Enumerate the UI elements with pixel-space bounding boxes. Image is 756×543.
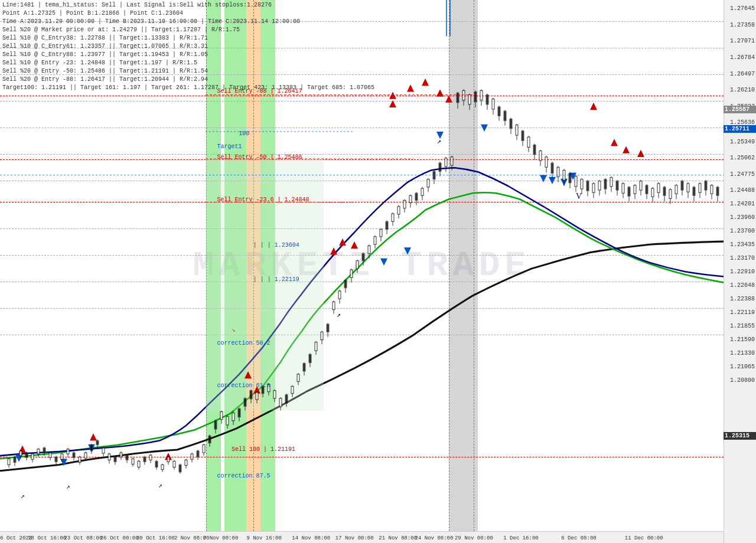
svg-rect-138 (303, 364, 305, 371)
chart-container: MARKETZ TRADE (0, 0, 756, 543)
price-18: 1.22910 (730, 269, 755, 275)
svg-rect-132 (285, 395, 288, 403)
svg-rect-112 (226, 417, 229, 425)
svg-rect-216 (533, 145, 536, 154)
svg-rect-258 (657, 184, 660, 192)
svg-rect-46 (31, 454, 34, 459)
svg-rect-128 (273, 391, 276, 398)
svg-marker-10 (436, 89, 444, 96)
svg-rect-276 (711, 185, 713, 194)
svg-rect-206 (504, 111, 506, 120)
svg-rect-70 (102, 448, 105, 453)
svg-rect-190 (457, 93, 459, 103)
svg-rect-150 (338, 291, 341, 299)
time-13: 29 Nov 00:00 (455, 535, 493, 541)
svg-rect-158 (362, 254, 364, 261)
svg-marker-2 (90, 433, 97, 440)
svg-rect-188 (451, 157, 453, 165)
label-22119: | | | 1.22119 (253, 276, 299, 283)
price-15: 1.23700 (730, 228, 755, 234)
time-8: 9 Nov 16:00 (246, 535, 281, 541)
svg-rect-154 (350, 270, 353, 277)
svg-rect-156 (356, 261, 359, 269)
svg-rect-52 (49, 453, 51, 457)
svg-rect-58 (67, 449, 69, 454)
time-1: 16 Oct 2023 (0, 535, 32, 541)
info-line-0: Line:1481 | tema_h1_status: Sell | Last … (2, 1, 374, 9)
time-10: 17 Nov 00:00 (335, 535, 374, 541)
svg-rect-272 (699, 184, 701, 192)
info-line-1: Point A:1.27325 | Point B:1.21866 | Poin… (2, 9, 374, 18)
svg-rect-134 (291, 387, 294, 394)
svg-text:V: V (576, 191, 582, 201)
svg-rect-180 (427, 179, 429, 187)
svg-marker-22 (380, 259, 387, 266)
svg-rect-228 (569, 174, 571, 183)
price-current-1: 1.25587 (724, 106, 756, 113)
info-line-7: Sell %10 @ Entry -23: 1.24848 || Target:… (2, 59, 374, 67)
svg-rect-256 (651, 188, 654, 197)
svg-marker-14 (351, 241, 358, 248)
info-line-2: Time A:2023.11.29 00:00:00 | Time B:2023… (2, 18, 374, 26)
price-1: 1.27645 (730, 5, 755, 12)
svg-marker-11 (445, 96, 452, 103)
price-19: 1.22648 (730, 282, 755, 289)
info-line-4: Sell %10 @ C_Entry38: 1.22788 || Target:… (2, 34, 374, 42)
svg-rect-110 (220, 412, 223, 420)
svg-rect-74 (114, 457, 116, 462)
info-line-6: Sell %10 @ C_Entry88: 1.23977 || Target:… (2, 51, 374, 59)
svg-rect-238 (598, 181, 601, 190)
svg-rect-220 (545, 157, 548, 167)
price-20: 1.22388 (730, 296, 755, 302)
svg-rect-244 (616, 181, 618, 190)
svg-rect-172 (403, 201, 406, 208)
time-9: 14 Nov 08:00 (292, 535, 330, 541)
svg-rect-98 (185, 460, 187, 465)
info-panel: Line:1481 | tema_h1_status: Sell | Last … (2, 1, 374, 92)
svg-rect-176 (415, 193, 418, 200)
price-14: 1.23960 (730, 214, 755, 221)
svg-rect-274 (705, 181, 707, 190)
svg-rect-278 (716, 187, 719, 195)
svg-rect-214 (527, 137, 530, 147)
info-line-3: Sell %20 @ Market price or at: 1.24279 |… (2, 26, 374, 34)
svg-rect-236 (592, 184, 595, 192)
svg-rect-226 (563, 170, 565, 180)
svg-rect-254 (646, 185, 648, 194)
svg-rect-80 (132, 459, 134, 464)
svg-rect-174 (409, 195, 412, 202)
svg-rect-142 (315, 342, 317, 351)
time-4: 26 Oct 00:00 (100, 535, 139, 541)
svg-marker-6 (389, 100, 396, 107)
svg-rect-166 (386, 221, 388, 229)
info-line-9: Sell %20 @ Entry -88: 1.26417 || Target:… (2, 76, 374, 84)
svg-rect-230 (575, 176, 577, 187)
correction-875-label: correction 87.5 (217, 473, 271, 479)
svg-text:↘: ↘ (232, 326, 236, 333)
svg-rect-198 (480, 90, 483, 100)
svg-rect-162 (374, 237, 376, 244)
svg-rect-96 (179, 465, 181, 472)
time-7: 7 Nov 00:00 (203, 535, 238, 541)
svg-rect-184 (439, 163, 441, 171)
time-12: 24 Nov 08:00 (415, 535, 454, 541)
price-21: 1.22119 (730, 309, 755, 316)
price-12: 1.24488 (730, 187, 755, 194)
svg-rect-170 (397, 207, 400, 214)
price-22: 1.21855 (730, 323, 755, 329)
correction-50-label: correction 50.2 (217, 340, 271, 346)
svg-rect-194 (468, 95, 471, 104)
time-2: 18 Oct 16:00 (28, 535, 66, 541)
svg-rect-0 (206, 157, 324, 411)
svg-rect-102 (197, 451, 199, 457)
info-line-8: Sell %20 @ Entry -50: 1.25486 || Target:… (2, 67, 374, 76)
svg-rect-260 (663, 187, 666, 195)
price-axis: 1.27645 1.27358 1.27071 1.26784 1.26497 … (724, 0, 756, 543)
svg-rect-118 (244, 398, 246, 406)
time-14: 1 Dec 16:00 (503, 535, 538, 541)
svg-rect-54 (55, 457, 57, 462)
svg-text:↗: ↗ (66, 483, 70, 490)
svg-rect-246 (622, 184, 624, 193)
price-24: 1.21330 (730, 350, 755, 356)
svg-rect-108 (214, 421, 217, 429)
